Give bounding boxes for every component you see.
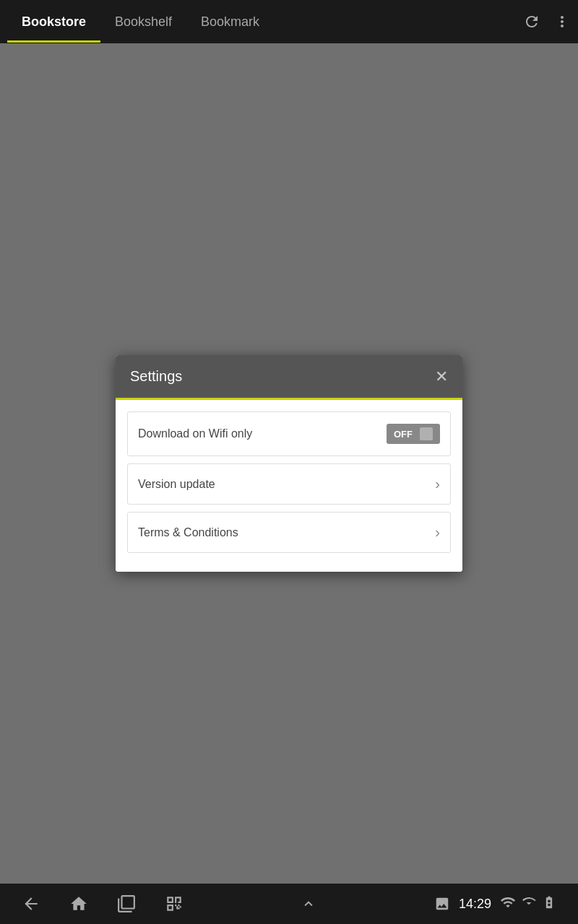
wifi-only-row[interactable]: Download on Wifi only OFF <box>127 411 451 456</box>
modal-body: Download on Wifi only OFF Version update… <box>116 400 462 572</box>
wifi-status-icon <box>500 894 516 914</box>
toggle-off-state[interactable]: OFF <box>387 424 440 444</box>
wifi-only-toggle[interactable]: OFF <box>387 424 440 444</box>
modal-title: Settings <box>130 368 182 385</box>
bottom-navigation-bar: 14:29 <box>0 884 578 924</box>
main-content: Settings ✕ Download on Wifi only OFF Ver… <box>0 43 578 884</box>
modal-close-button[interactable]: ✕ <box>435 369 448 385</box>
version-update-chevron-icon: › <box>435 476 440 492</box>
terms-conditions-label: Terms & Conditions <box>138 526 435 539</box>
modal-header: Settings ✕ <box>116 355 462 400</box>
back-icon[interactable] <box>22 894 40 913</box>
signal-icon <box>522 894 536 914</box>
bottom-nav-left <box>22 894 184 913</box>
gallery-icon <box>434 896 450 912</box>
more-menu-icon[interactable] <box>553 13 571 30</box>
top-navigation-bar: Bookstore Bookshelf Bookmark <box>0 0 578 43</box>
version-update-label: Version update <box>138 478 435 491</box>
home-icon[interactable] <box>69 894 88 913</box>
bottom-nav-center <box>301 896 316 912</box>
tab-bookmark[interactable]: Bookmark <box>186 1 274 43</box>
status-icons <box>500 894 556 914</box>
recents-icon[interactable] <box>117 894 136 913</box>
bottom-nav-right: 14:29 <box>434 894 556 914</box>
terms-conditions-row[interactable]: Terms & Conditions › <box>127 512 451 553</box>
up-icon[interactable] <box>301 896 316 912</box>
time-display: 14:29 <box>459 897 491 912</box>
terms-conditions-chevron-icon: › <box>435 524 440 541</box>
settings-modal: Settings ✕ Download on Wifi only OFF Ver… <box>116 355 462 572</box>
version-update-row[interactable]: Version update › <box>127 463 451 505</box>
refresh-icon[interactable] <box>523 13 540 30</box>
tab-bookstore[interactable]: Bookstore <box>7 1 100 43</box>
tab-bookshelf[interactable]: Bookshelf <box>100 1 186 43</box>
top-bar-actions <box>523 13 571 30</box>
battery-icon <box>542 894 556 914</box>
qr-code-icon[interactable] <box>165 894 184 913</box>
wifi-only-label: Download on Wifi only <box>138 427 387 440</box>
modal-overlay: Settings ✕ Download on Wifi only OFF Ver… <box>0 43 578 884</box>
